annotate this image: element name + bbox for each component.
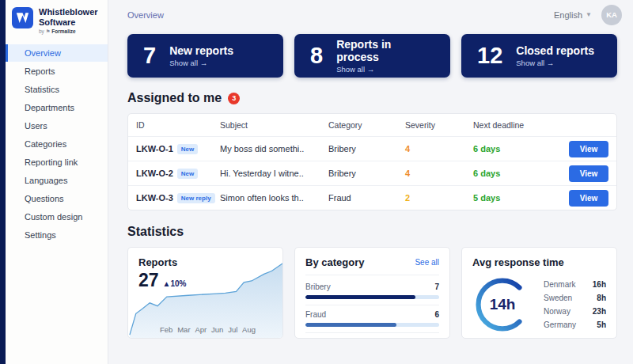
avg-response-title: Avg response time: [472, 256, 564, 268]
category-bar-row: GDPR 4: [305, 333, 439, 339]
sidebar-nav: Overview Reports Statistics Departments …: [6, 44, 108, 245]
assigned-table: ID Subject Category Severity Next deadli…: [127, 113, 617, 210]
category-label: GDPR: [305, 338, 328, 339]
content: 7 New reports Show all → 8 Reports in pr…: [108, 29, 633, 339]
category-label: Fraud: [305, 310, 326, 319]
assigned-section-head: Assigned to me 3: [127, 91, 617, 105]
kpi-title: Closed reports: [516, 44, 594, 57]
col-header-category: Category: [328, 120, 405, 130]
report-category: Fraud: [328, 193, 405, 203]
response-gauge: 14h: [472, 275, 533, 335]
col-header-severity: Severity: [405, 120, 473, 130]
sidebar-item-reporting-link[interactable]: Reporting link: [6, 154, 108, 171]
arrow-right-icon: →: [200, 59, 208, 67]
chevron-down-icon: ▼: [586, 11, 592, 18]
kpi-title: New reports: [169, 44, 233, 57]
kpi-title: Reports in process: [336, 38, 434, 63]
view-button[interactable]: View: [569, 141, 608, 157]
table-row[interactable]: LKW-O-3 New reply Simon often looks th..…: [128, 185, 616, 210]
category-bar-fill: [305, 295, 415, 299]
sidebar-item-categories[interactable]: Categories: [6, 135, 108, 153]
reports-total: 27: [138, 270, 159, 291]
statistics-row: Reports 27 ▲10%: [127, 247, 617, 339]
col-header-deadline: Next deadline: [473, 120, 555, 130]
avatar[interactable]: KA: [601, 5, 622, 25]
kpi-row: 7 New reports Show all → 8 Reports in pr…: [127, 34, 617, 78]
brand-name: Whistleblower Software: [39, 7, 98, 27]
category-bar-track: [305, 323, 439, 327]
table-header-row: ID Subject Category Severity Next deadli…: [128, 114, 616, 136]
show-all-link[interactable]: Show all →: [169, 59, 233, 67]
category-bar-row: Bribery 7: [305, 278, 439, 305]
category-bar-fill: [305, 323, 396, 327]
kpi-value: 12: [477, 44, 502, 67]
report-severity: 2: [405, 193, 473, 203]
by-category-title: By category: [305, 256, 364, 268]
report-severity: 4: [405, 169, 473, 178]
status-tag: New: [177, 169, 198, 179]
show-all-link[interactable]: Show all →: [336, 65, 434, 74]
arrow-right-icon: →: [367, 65, 375, 74]
sidebar-item-reports[interactable]: Reports: [6, 63, 108, 80]
arrow-right-icon: →: [547, 59, 555, 67]
month-axis: Feb Mar Apr Jun Jul Aug: [128, 325, 282, 334]
kpi-value: 8: [310, 44, 323, 67]
main-area: Overview English ▼ KA 7 New reports Show…: [108, 0, 633, 364]
category-value: 7: [434, 282, 439, 291]
country-row: Norway 23h: [544, 307, 606, 316]
reports-delta: ▲10%: [163, 279, 187, 288]
status-tag: New reply: [177, 193, 215, 203]
kpi-card-closed-reports[interactable]: 12 Closed reports Show all →: [461, 34, 617, 78]
category-value: 4: [434, 338, 439, 339]
report-deadline: 5 days: [473, 193, 555, 203]
statistics-section-head: Statistics: [127, 225, 617, 239]
category-label: Bribery: [305, 282, 331, 291]
country-row: Germany 5h: [544, 320, 606, 329]
breadcrumb: Overview: [127, 10, 164, 20]
sidebar-item-settings[interactable]: Settings: [6, 226, 108, 244]
report-subject: Simon often looks th..: [220, 193, 328, 203]
report-category: Bribery: [328, 144, 405, 154]
report-subject: My boss did somethi..: [220, 144, 328, 154]
sidebar-item-statistics[interactable]: Statistics: [6, 81, 108, 98]
report-id: LKW-O-2: [136, 169, 173, 178]
language-selector[interactable]: English ▼: [554, 10, 592, 20]
report-subject: Hi. Yesterday I witne..: [220, 169, 328, 178]
country-row: Sweden 8h: [544, 294, 606, 302]
left-accent-strip: [0, 0, 6, 364]
kpi-card-new-reports[interactable]: 7 New reports Show all →: [127, 34, 283, 78]
category-bar-track: [305, 295, 439, 299]
country-list: Denmark 16h Sweden 8h Norway 23h Germa: [544, 280, 606, 329]
sidebar-item-users[interactable]: Users: [6, 117, 108, 135]
show-all-link[interactable]: Show all →: [516, 59, 594, 67]
topbar: Overview English ▼ KA: [108, 0, 633, 29]
sidebar-item-questions[interactable]: Questions: [6, 190, 108, 207]
status-tag: New: [177, 144, 198, 154]
sidebar-item-languages[interactable]: Languages: [6, 172, 108, 189]
assigned-count-badge: 3: [228, 93, 240, 104]
category-value: 6: [434, 310, 439, 319]
table-row[interactable]: LKW-O-2 New Hi. Yesterday I witne.. Brib…: [128, 161, 616, 185]
col-header-subject: Subject: [220, 120, 328, 130]
col-header-id: ID: [136, 120, 220, 130]
assigned-title: Assigned to me: [127, 91, 222, 105]
kpi-card-reports-in-process[interactable]: 8 Reports in process Show all →: [294, 34, 450, 78]
sidebar-item-custom-design[interactable]: Custom design: [6, 208, 108, 226]
statistics-title: Statistics: [127, 225, 184, 239]
by-category-card: By category See all Bribery 7: [294, 247, 450, 339]
view-button[interactable]: View: [569, 165, 608, 182]
sidebar-item-overview[interactable]: Overview: [6, 44, 108, 62]
category-bar-row: Fraud 6: [305, 305, 439, 333]
report-severity: 4: [405, 144, 473, 154]
brand-logo-icon: [12, 7, 33, 28]
view-button[interactable]: View: [569, 190, 608, 207]
see-all-link[interactable]: See all: [415, 258, 439, 267]
flag-icon: ⚑: [46, 28, 51, 34]
report-deadline: 6 days: [473, 144, 555, 154]
table-row[interactable]: LKW-O-1 New My boss did somethi.. Briber…: [128, 136, 616, 161]
sidebar-item-departments[interactable]: Departments: [6, 99, 108, 116]
response-value: 14h: [472, 275, 533, 335]
brand: Whistleblower Software by ⚑ Formalize: [6, 0, 108, 43]
report-id: LKW-O-3: [136, 193, 173, 203]
delta-up-icon: ▲: [163, 279, 171, 288]
